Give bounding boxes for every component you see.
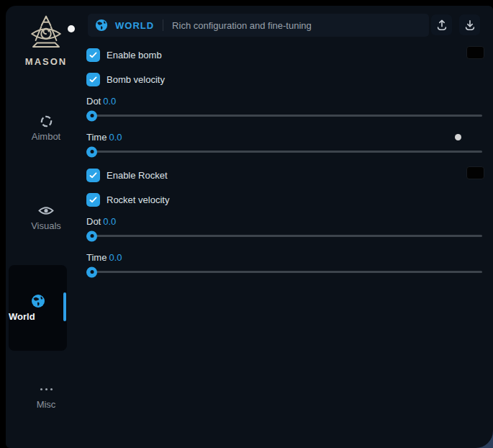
slider-label: Dot0.0 xyxy=(86,96,482,107)
slider-value: 0.0 xyxy=(109,132,122,143)
slider-rocket-time: Time0.0 xyxy=(86,252,482,273)
globe-icon xyxy=(31,294,45,308)
slider-label: Dot0.0 xyxy=(86,216,482,228)
header-divider xyxy=(163,19,163,31)
checkbox-row-bomb-velocity[interactable]: Bomb velocity xyxy=(86,72,165,86)
sidebar-item-label: World xyxy=(9,311,67,322)
slider-bomb-time: Time0.0 xyxy=(86,132,482,153)
color-swatch-bomb[interactable] xyxy=(466,46,484,59)
page-title: WORLD xyxy=(115,20,154,31)
color-swatch-rocket[interactable] xyxy=(466,166,484,179)
page-subtitle: Rich configuration and fine-tuning xyxy=(172,20,312,31)
slider-bomb-dot: Dot0.0 xyxy=(86,96,482,117)
checkbox-label: Enable Rocket xyxy=(107,170,168,181)
checkbox-label: Enable bomb xyxy=(107,50,162,61)
checkmark-icon xyxy=(89,172,97,179)
sidebar-item-visuals[interactable]: Visuals xyxy=(6,203,86,231)
slider-track[interactable] xyxy=(86,235,482,237)
checkbox-row-enable-bomb[interactable]: Enable bomb xyxy=(86,48,162,62)
checkbox-label: Rocket velocity xyxy=(107,194,169,205)
upload-config-button[interactable] xyxy=(431,14,452,35)
checkbox-checked[interactable] xyxy=(86,73,100,86)
sidebar-item-label: Visuals xyxy=(6,220,86,231)
slider-thumb[interactable] xyxy=(86,266,97,277)
crosshair-icon xyxy=(40,115,53,128)
sidebar-item-world[interactable]: World xyxy=(9,265,67,351)
mason-logo-icon xyxy=(25,14,67,53)
eye-icon xyxy=(38,205,54,216)
slider-rocket-dot: Dot0.0 xyxy=(86,216,482,237)
checkbox-row-enable-rocket[interactable]: Enable Rocket xyxy=(86,168,168,182)
slider-label: Time0.0 xyxy=(86,252,482,264)
slider-value: 0.0 xyxy=(103,96,116,107)
download-icon xyxy=(463,19,476,32)
download-config-button[interactable] xyxy=(459,14,480,35)
sidebar-item-aimbot[interactable]: Aimbot xyxy=(6,114,86,142)
slider-value: 0.0 xyxy=(109,252,122,263)
slider-track[interactable] xyxy=(86,115,482,117)
checkbox-label: Bomb velocity xyxy=(107,74,165,85)
checkmark-icon xyxy=(89,197,97,203)
globe-icon xyxy=(95,19,108,32)
slider-thumb[interactable] xyxy=(86,110,97,121)
slider-track[interactable] xyxy=(86,271,482,273)
active-tab-indicator xyxy=(63,292,66,321)
slider-label: Time0.0 xyxy=(86,132,482,143)
checkmark-icon xyxy=(89,52,97,58)
upload-icon xyxy=(435,19,448,32)
cursor-dot xyxy=(455,134,461,140)
ellipsis-icon xyxy=(40,382,53,396)
logo-text: MASON xyxy=(6,56,86,67)
checkbox-checked[interactable] xyxy=(86,169,100,182)
page-header: WORLD Rich configuration and fine-tuning xyxy=(88,14,429,37)
checkbox-checked[interactable] xyxy=(86,193,100,207)
sidebar-item-label: Aimbot xyxy=(6,131,86,142)
checkbox-checked[interactable] xyxy=(86,48,100,62)
sidebar-item-label: Misc xyxy=(6,399,86,410)
cursor-dot xyxy=(68,25,75,32)
sidebar-item-misc[interactable]: Misc xyxy=(6,382,86,410)
slider-thumb[interactable] xyxy=(86,146,97,157)
checkbox-row-rocket-velocity[interactable]: Rocket velocity xyxy=(86,192,169,207)
logo: MASON xyxy=(6,14,86,67)
checkmark-icon xyxy=(89,76,97,83)
mason-window: MASON Aimbot Visuals xyxy=(6,6,493,448)
slider-thumb[interactable] xyxy=(86,230,97,241)
sidebar: MASON Aimbot Visuals xyxy=(6,6,86,448)
slider-track[interactable] xyxy=(86,151,482,153)
slider-value: 0.0 xyxy=(103,216,116,227)
